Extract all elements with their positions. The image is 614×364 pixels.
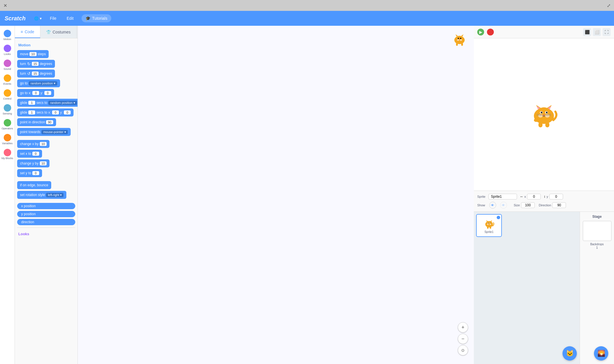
sprite-show-row: Show 👁 👁 Size Direction (477, 202, 611, 209)
size-input[interactable] (521, 202, 535, 208)
close-icon[interactable]: ✕ (3, 3, 7, 8)
sprite-list-area[interactable]: Sprite1 (474, 212, 580, 364)
sprite-selected-indicator (497, 216, 500, 219)
looks-section-label: Looks (17, 230, 75, 239)
tutorials-button[interactable]: 🎓 Tutorials (82, 14, 111, 22)
svg-point-22 (546, 112, 548, 113)
svg-point-36 (487, 223, 488, 225)
small-stage-button[interactable]: ⬛ (583, 28, 591, 36)
block-goto-random[interactable]: go to random position ▾ (17, 79, 60, 87)
svg-point-2 (457, 39, 459, 41)
block-point-towards[interactable]: point towards mouse-pointer ▾ (17, 128, 71, 136)
script-area[interactable]: + − ⊙ (78, 26, 474, 364)
category-operators[interactable]: Operators (0, 117, 15, 132)
svg-marker-4 (455, 34, 458, 37)
block-goto-xy[interactable]: go to x: 0 y: 0 (17, 89, 54, 97)
sound-dot (4, 60, 11, 67)
category-operators-label: Operators (1, 127, 13, 130)
language-selector[interactable]: 🌐 ▾ (34, 16, 42, 21)
sprite-direction-coord: Direction (539, 202, 566, 208)
costumes-tab-label: Costumes (53, 30, 71, 34)
sprite-thumb-sprite1[interactable]: Sprite1 (476, 214, 502, 237)
show-visible-button[interactable]: 👁 (489, 202, 496, 209)
svg-point-37 (490, 223, 491, 225)
blocks-panel: ≡ Code 👕 Costumes 🔊 Sounds Motion move 1… (15, 26, 78, 364)
sprite-x-input[interactable] (527, 194, 541, 199)
svg-rect-9 (456, 43, 458, 46)
category-sound[interactable]: Sound (0, 58, 15, 72)
block-change-x[interactable]: change x by 10 (17, 140, 49, 148)
block-rotation-style[interactable]: set rotation style left-right ▾ (17, 191, 66, 199)
stage-thumbnail[interactable] (583, 221, 611, 241)
expand-icon[interactable]: ⤢ (607, 3, 611, 8)
blocks-list: Motion move 10 steps turn ↻ 15 degrees t… (15, 38, 78, 364)
fullscreen-button[interactable]: ⛶ (603, 28, 611, 36)
code-tab-label: Code (25, 29, 34, 34)
cat-preview (451, 31, 468, 47)
category-myblocks[interactable]: My Blocks (0, 147, 15, 161)
block-set-x[interactable]: set x to 0 (17, 150, 42, 158)
sprite-y-input[interactable] (549, 194, 563, 199)
block-point-direction[interactable]: point in direction 90 (17, 118, 56, 126)
svg-point-7 (460, 38, 462, 39)
svg-point-6 (458, 38, 459, 39)
sprite-name-input[interactable] (488, 194, 517, 199)
sprite-label: Sprite (477, 195, 486, 198)
block-direction[interactable]: direction (17, 219, 75, 225)
x-arrow-icon: ↔ (520, 195, 523, 199)
category-sensing[interactable]: Sensing (0, 102, 15, 117)
category-variables[interactable]: Variables (0, 132, 15, 147)
category-looks[interactable]: Looks (0, 43, 15, 57)
block-move[interactable]: move 10 steps (17, 50, 49, 58)
zoom-out-button[interactable]: − (458, 334, 468, 344)
zoom-center-button[interactable]: ⊙ (458, 345, 468, 355)
sprite-size-coord: Size (514, 202, 535, 208)
stop-button[interactable] (487, 29, 494, 35)
block-y-position[interactable]: y position (17, 211, 75, 217)
stage-label: Stage (592, 215, 602, 219)
zoom-in-button[interactable]: + (458, 322, 468, 333)
svg-point-43 (490, 223, 490, 223)
menu-file[interactable]: File (47, 15, 59, 22)
svg-point-42 (488, 223, 488, 223)
stage-canvas (474, 38, 614, 191)
block-turn-cw[interactable]: turn ↻ 15 degrees (17, 60, 55, 68)
category-looks-label: Looks (4, 53, 11, 56)
y-label: y (546, 195, 548, 198)
add-sprite-button[interactable]: 🐱 (562, 346, 577, 361)
block-glide-random[interactable]: glide 1 secs to random position ▾ (17, 99, 78, 107)
block-change-y[interactable]: change y by 10 (17, 159, 49, 167)
sensing-dot (4, 104, 11, 112)
category-variables-label: Variables (2, 142, 13, 145)
direction-input[interactable] (552, 202, 566, 208)
y-arrow-icon: ↕ (544, 195, 545, 199)
events-dot (4, 74, 11, 82)
sprite-info-section: Sprite ↔ x ↕ y Show 👁 👁 Size (474, 191, 614, 212)
large-stage-button[interactable]: ⬜ (593, 28, 601, 36)
zoom-controls: + − ⊙ (458, 322, 468, 355)
sprite-thumb-cat-icon (481, 218, 497, 230)
svg-point-32 (534, 118, 538, 122)
sprite-x-coord: ↔ x (520, 194, 541, 199)
tutorials-icon: 🎓 (86, 16, 90, 21)
add-backdrop-button[interactable]: 🌄 (594, 346, 608, 361)
show-hidden-button[interactable]: 👁 (500, 202, 507, 209)
svg-rect-45 (487, 227, 488, 229)
block-glide-xy[interactable]: glide 1 secs to x: 0 y: 0 (17, 108, 74, 116)
category-events[interactable]: Events (0, 73, 15, 87)
category-control-label: Control (3, 97, 11, 100)
svg-rect-31 (545, 122, 549, 127)
block-set-y[interactable]: set y to 0 (17, 169, 42, 177)
main-layout: Motion Looks Sound Events Control Sensin… (0, 26, 614, 364)
tab-code[interactable]: ≡ Code (15, 26, 40, 38)
block-bounce[interactable]: if on edge, bounce (17, 181, 51, 189)
block-turn-ccw[interactable]: turn ↺ 15 degrees (17, 70, 55, 78)
svg-point-23 (542, 112, 542, 112)
show-label: Show (477, 203, 485, 207)
category-control[interactable]: Control (0, 88, 15, 102)
tab-costumes[interactable]: 👕 Costumes (40, 26, 77, 38)
category-motion[interactable]: Motion (0, 28, 15, 42)
menu-edit[interactable]: Edit (64, 15, 76, 22)
green-flag-button[interactable]: ▶ (477, 29, 484, 35)
block-x-position[interactable]: x position (17, 203, 75, 209)
